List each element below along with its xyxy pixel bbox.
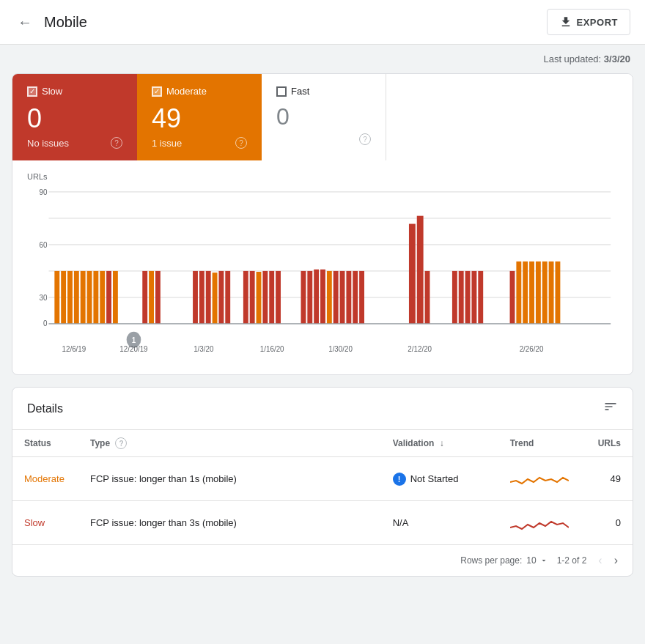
download-icon: [559, 15, 572, 29]
svg-text:60: 60: [40, 241, 48, 250]
col-validation-header[interactable]: Validation ↓: [381, 430, 498, 457]
row2-status: Slow: [12, 501, 78, 545]
tile-empty: [386, 74, 633, 160]
svg-rect-13: [74, 271, 79, 324]
svg-text:12/20/19: 12/20/19: [119, 345, 147, 354]
svg-rect-57: [536, 262, 541, 324]
svg-text:1/16/20: 1/16/20: [260, 345, 284, 354]
svg-text:0: 0: [43, 319, 48, 328]
row1-trend: [498, 457, 586, 501]
page-title: Mobile: [44, 14, 87, 31]
chart-section: URLs 90 60 30 0: [12, 160, 633, 374]
svg-rect-17: [100, 271, 105, 324]
row1-status: Moderate: [12, 457, 78, 501]
svg-rect-40: [333, 271, 339, 324]
rows-per-page-label: Rows per page:: [460, 555, 522, 566]
last-updated-date: 3/3/20: [604, 53, 630, 64]
col-status-header: Status: [12, 430, 78, 457]
svg-rect-48: [452, 271, 457, 324]
slow-count: 0: [27, 103, 122, 134]
svg-rect-16: [93, 271, 98, 324]
fast-count: 0: [276, 103, 371, 130]
row1-validation: ! Not Started: [381, 457, 498, 501]
moderate-tile[interactable]: ✓ Moderate 49 1 issue ?: [137, 74, 262, 160]
svg-rect-49: [459, 271, 464, 324]
svg-text:1/3/20: 1/3/20: [194, 345, 214, 354]
details-card: Details Status Type ? Valid: [12, 387, 633, 577]
slow-tile[interactable]: ✓ Slow 0 No issues ?: [12, 74, 137, 160]
svg-rect-18: [106, 271, 111, 324]
last-updated-label: Last updated:: [543, 53, 601, 64]
svg-text:90: 90: [40, 188, 48, 197]
moderate-tile-header: ✓ Moderate: [152, 86, 247, 97]
svg-rect-15: [87, 271, 92, 324]
filter-icon[interactable]: [603, 399, 618, 418]
svg-rect-24: [199, 271, 204, 324]
svg-rect-38: [320, 270, 325, 324]
svg-rect-60: [555, 262, 560, 324]
row2-trend: [498, 501, 586, 545]
not-started-icon: !: [393, 473, 406, 486]
page-header: ← Mobile EXPORT: [0, 0, 645, 45]
svg-rect-53: [510, 271, 515, 324]
slow-help-icon[interactable]: ?: [111, 137, 122, 149]
moderate-help-icon[interactable]: ?: [235, 137, 247, 149]
page-info: 1-2 of 2: [557, 555, 587, 566]
svg-rect-45: [409, 224, 416, 324]
svg-rect-25: [206, 271, 211, 324]
validation-sort-icon: ↓: [440, 438, 444, 448]
slow-checkbox[interactable]: ✓: [27, 86, 37, 97]
svg-rect-42: [346, 271, 351, 324]
row2-validation: N/A: [381, 501, 498, 545]
fast-help-icon[interactable]: ?: [359, 133, 371, 145]
svg-rect-22: [155, 271, 161, 324]
svg-text:2/12/20: 2/12/20: [408, 345, 432, 354]
svg-rect-31: [257, 272, 262, 324]
next-page-button[interactable]: ›: [611, 552, 621, 569]
prev-page-button[interactable]: ‹: [595, 552, 605, 569]
svg-rect-12: [67, 271, 73, 324]
svg-text:2/26/20: 2/26/20: [520, 345, 544, 354]
svg-rect-23: [193, 271, 198, 324]
svg-rect-51: [471, 271, 476, 324]
fast-checkbox[interactable]: [276, 86, 287, 97]
chart-y-label: URLs: [27, 172, 618, 181]
export-button[interactable]: EXPORT: [547, 9, 630, 35]
svg-rect-26: [213, 273, 218, 324]
slow-trend-chart: [510, 511, 569, 532]
chart-container: 90 60 30 0: [27, 184, 618, 360]
back-button[interactable]: ←: [15, 11, 35, 34]
table-header-row: Status Type ? Validation ↓ Trend URLs: [12, 430, 633, 457]
svg-rect-29: [243, 271, 248, 324]
svg-rect-33: [269, 271, 274, 324]
table-row: Moderate FCP issue: longer than 1s (mobi…: [12, 457, 633, 501]
col-urls-header: URLs: [586, 430, 633, 457]
fast-tile[interactable]: Fast 0 ?: [262, 74, 386, 160]
last-updated-bar: Last updated: 3/3/20: [0, 45, 645, 73]
svg-rect-34: [276, 271, 281, 324]
svg-rect-14: [81, 271, 86, 324]
chevron-down-icon: [539, 556, 548, 565]
page-nav: ‹ ›: [595, 552, 621, 569]
pagination-bar: Rows per page: 10 1-2 of 2 ‹ ›: [12, 545, 633, 576]
svg-rect-28: [225, 271, 230, 324]
rows-per-page-select[interactable]: 10: [526, 555, 548, 566]
moderate-count: 49: [152, 103, 247, 134]
details-table: Status Type ? Validation ↓ Trend URLs: [12, 429, 633, 545]
svg-rect-55: [523, 262, 528, 324]
type-help-icon[interactable]: ?: [115, 437, 127, 449]
svg-rect-20: [142, 271, 147, 324]
svg-rect-46: [417, 216, 424, 324]
svg-rect-37: [314, 270, 319, 324]
svg-rect-52: [478, 271, 483, 324]
svg-rect-19: [113, 271, 118, 324]
header-left: ← Mobile: [15, 11, 87, 34]
details-header: Details: [12, 388, 633, 429]
details-title: Details: [27, 402, 63, 415]
moderate-checkbox[interactable]: ✓: [152, 86, 162, 97]
rows-per-page: Rows per page: 10: [460, 555, 548, 566]
slow-issues: No issues ?: [27, 137, 122, 149]
row1-type: FCP issue: longer than 1s (mobile): [78, 457, 381, 501]
svg-rect-30: [250, 271, 255, 324]
svg-rect-10: [54, 271, 59, 324]
